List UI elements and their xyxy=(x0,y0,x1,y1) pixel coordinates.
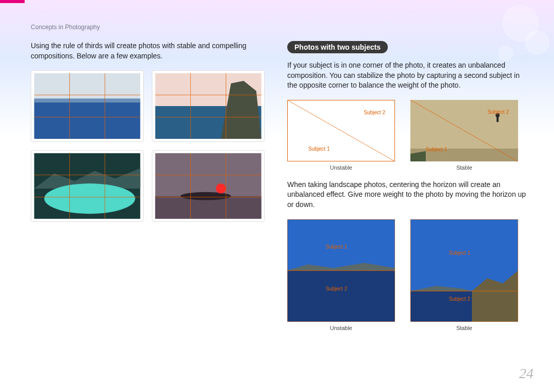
unstable-landscape: Subject 1 Subject 2 Unstable xyxy=(287,219,395,331)
example-photo-sunset xyxy=(152,150,265,222)
breadcrumb-header: Concepts in Photography xyxy=(31,24,100,31)
section-title-pill: Photos with two subjects xyxy=(287,41,388,53)
svg-rect-0 xyxy=(34,73,141,101)
subject-label: Subject 2 xyxy=(364,110,385,115)
subject-label: Subject 2 xyxy=(326,286,347,292)
example-photo-lake xyxy=(31,150,144,222)
intro-text: Using the rule of thirds will create pho… xyxy=(31,41,267,61)
subject-label: Subject 1 xyxy=(426,147,447,152)
diagram-caption: Unstable xyxy=(287,325,395,331)
right-column: Photos with two subjects If your subject… xyxy=(287,41,528,331)
svg-point-16 xyxy=(44,183,135,214)
svg-rect-34 xyxy=(497,117,499,122)
diagram-caption: Unstable xyxy=(287,164,395,171)
diagram-caption: Stable xyxy=(410,325,518,331)
example-grid xyxy=(31,70,267,222)
horizon-diagram-row: Subject 1 Subject 2 Unstable Subject 1 S… xyxy=(287,219,528,331)
top-accent-bar xyxy=(0,0,25,3)
example-photo-cliff xyxy=(152,70,265,142)
unstable-diagram: Subject 2 Subject 1 Unstable xyxy=(287,100,395,171)
svg-point-24 xyxy=(216,183,226,194)
two-subjects-text: If your subject is in one corner of the … xyxy=(287,60,528,91)
svg-point-23 xyxy=(181,192,231,200)
page-number: 24 xyxy=(519,365,533,382)
left-column: Using the rule of thirds will create pho… xyxy=(31,41,267,222)
diagram-caption: Stable xyxy=(410,164,518,171)
bokeh-circle xyxy=(525,31,549,54)
subject-label: Subject 1 xyxy=(326,244,347,250)
stable-landscape: Subject 1 Subject 2 Stable xyxy=(410,219,518,331)
horizon-text: When taking landscape photos, centering … xyxy=(287,180,528,210)
svg-rect-2 xyxy=(34,98,141,102)
stable-diagram: Subject 2 Subject 1 Stable xyxy=(410,100,518,171)
subject-label: Subject 2 xyxy=(449,296,470,302)
svg-rect-37 xyxy=(287,271,395,322)
subject-label: Subject 1 xyxy=(308,146,330,152)
subject-label: Subject 1 xyxy=(449,250,470,256)
example-photo-ocean xyxy=(31,70,144,142)
svg-rect-1 xyxy=(34,101,141,139)
balance-diagram-row: Subject 2 Subject 1 Unstable Subject 2 S… xyxy=(287,100,528,171)
subject-label: Subject 2 xyxy=(487,109,509,115)
